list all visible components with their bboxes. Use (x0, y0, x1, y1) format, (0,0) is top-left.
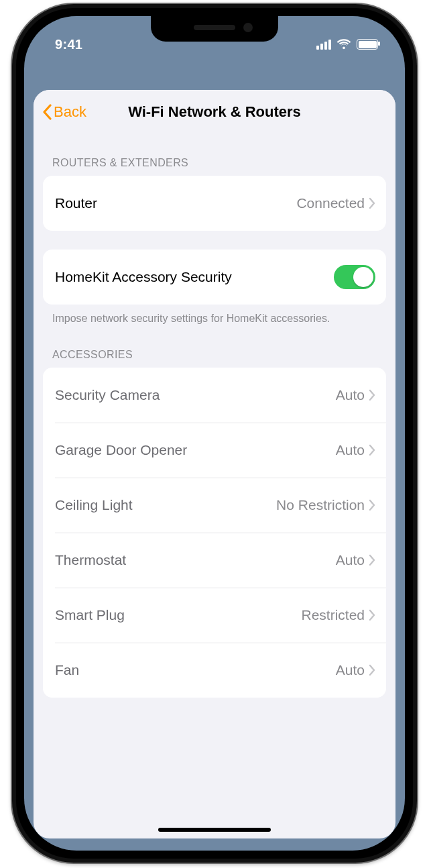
accessory-row[interactable]: Garage Door OpenerAuto (43, 423, 386, 478)
accessories-card: Security CameraAutoGarage Door OpenerAut… (43, 368, 386, 698)
homekit-security-row: HomeKit Accessory Security (43, 250, 386, 305)
row-label: Thermostat (55, 552, 336, 568)
row-value: Auto (336, 662, 365, 678)
wifi-icon (336, 39, 351, 50)
chevron-right-icon (369, 389, 375, 401)
screen: 9:41 Back Wi-Fi Network & Router (24, 16, 405, 851)
home-indicator (158, 828, 271, 832)
row-label: HomeKit Accessory Security (55, 269, 334, 285)
accessory-row[interactable]: Ceiling LightNo Restriction (43, 478, 386, 533)
accessory-row[interactable]: Security CameraAuto (43, 368, 386, 423)
homekit-security-toggle[interactable] (334, 265, 375, 289)
chevron-right-icon (369, 609, 375, 621)
back-label: Back (54, 103, 86, 121)
cellular-icon (316, 40, 331, 50)
row-value: Auto (336, 387, 365, 403)
chevron-right-icon (369, 197, 375, 209)
row-label: Security Camera (55, 387, 336, 403)
row-label: Smart Plug (55, 607, 301, 623)
router-row[interactable]: Router Connected (43, 176, 386, 231)
chevron-right-icon (369, 444, 375, 456)
page-title: Wi-Fi Network & Routers (128, 103, 301, 121)
row-label: Router (55, 195, 296, 211)
status-time: 9:41 (55, 37, 82, 52)
section-header-accessories: ACCESSORIES (52, 349, 377, 361)
security-card: HomeKit Accessory Security (43, 250, 386, 305)
row-value: No Restriction (276, 497, 365, 513)
row-label: Fan (55, 662, 336, 678)
accessory-row[interactable]: Smart PlugRestricted (43, 588, 386, 643)
chevron-left-icon (42, 104, 52, 120)
accessory-row[interactable]: FanAuto (43, 643, 386, 698)
row-label: Garage Door Opener (55, 442, 336, 458)
nav-bar: Back Wi-Fi Network & Routers (34, 90, 395, 134)
chevron-right-icon (369, 499, 375, 511)
notch (151, 16, 278, 42)
back-button[interactable]: Back (38, 90, 90, 134)
chevron-right-icon (369, 664, 375, 676)
row-value: Auto (336, 552, 365, 568)
row-value: Restricted (301, 607, 365, 623)
phone-frame: 9:41 Back Wi-Fi Network & Router (12, 4, 417, 863)
row-value: Auto (336, 442, 365, 458)
row-label: Ceiling Light (55, 497, 276, 513)
row-value: Connected (296, 195, 365, 211)
section-footer-security: Impose network security settings for Hom… (52, 311, 377, 326)
app-surface: Back Wi-Fi Network & Routers ROUTERS & E… (34, 90, 395, 838)
battery-icon (357, 39, 378, 50)
section-header-routers: ROUTERS & EXTENDERS (52, 157, 377, 169)
accessory-row[interactable]: ThermostatAuto (43, 533, 386, 588)
chevron-right-icon (369, 554, 375, 566)
routers-card: Router Connected (43, 176, 386, 231)
